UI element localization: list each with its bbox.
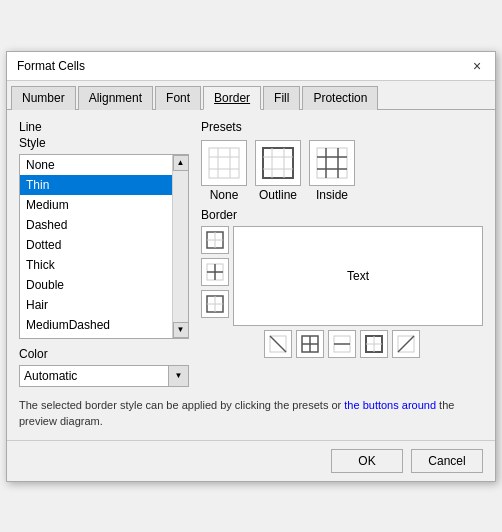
style-thin[interactable]: Thin xyxy=(20,175,172,195)
svg-line-35 xyxy=(398,336,414,352)
presets-row: None Outline xyxy=(201,140,483,202)
color-dropdown-arrow[interactable]: ▼ xyxy=(168,366,188,386)
border-section-label: Border xyxy=(201,208,483,222)
border-left-buttons xyxy=(201,226,229,326)
style-dashed[interactable]: Dashed xyxy=(20,215,172,235)
color-dropdown[interactable]: Automatic ▼ xyxy=(19,365,189,387)
scroll-track xyxy=(173,171,188,322)
preset-outline-button[interactable] xyxy=(255,140,301,186)
preset-inside-item: Inside xyxy=(309,140,355,202)
style-double[interactable]: Double xyxy=(20,275,172,295)
color-value: Automatic xyxy=(20,369,168,383)
svg-rect-10 xyxy=(317,148,347,178)
title-bar: Format Cells × xyxy=(7,52,495,81)
border-all-button[interactable] xyxy=(296,330,324,358)
style-scrollbar: ▲ ▼ xyxy=(172,155,188,338)
svg-line-25 xyxy=(270,336,286,352)
bottom-border-buttons xyxy=(201,330,483,358)
border-outer-button[interactable] xyxy=(360,330,388,358)
preview-text: Text xyxy=(347,269,369,283)
border-diag-down-button[interactable] xyxy=(264,330,292,358)
info-text: The selected border style can be applied… xyxy=(19,397,483,430)
presets-label: Presets xyxy=(201,120,483,134)
ok-button[interactable]: OK xyxy=(331,449,403,473)
preset-inside-button[interactable] xyxy=(309,140,355,186)
style-dotted[interactable]: Dotted xyxy=(20,235,172,255)
color-section: Color Automatic ▼ xyxy=(19,347,189,387)
tab-font[interactable]: Font xyxy=(155,86,201,110)
close-button[interactable]: × xyxy=(469,58,485,74)
style-none[interactable]: None xyxy=(20,155,172,175)
style-list[interactable]: None Thin Medium Dashed Dotted Thick Dou… xyxy=(20,155,172,338)
tab-number[interactable]: Number xyxy=(11,86,76,110)
preset-outline-label: Outline xyxy=(259,188,297,202)
tab-alignment[interactable]: Alignment xyxy=(78,86,153,110)
style-thick[interactable]: Thick xyxy=(20,255,172,275)
style-label: Style xyxy=(19,136,189,150)
tab-content: Line Style None Thin Medium Dashed Dotte… xyxy=(7,110,495,440)
svg-rect-0 xyxy=(209,148,239,178)
info-text-blue: the buttons around xyxy=(344,399,436,411)
tab-fill[interactable]: Fill xyxy=(263,86,300,110)
border-diag-up-button[interactable] xyxy=(392,330,420,358)
tab-protection[interactable]: Protection xyxy=(302,86,378,110)
preset-none-item: None xyxy=(201,140,247,202)
format-cells-dialog: Format Cells × Number Alignment Font Bor… xyxy=(6,51,496,482)
scroll-up[interactable]: ▲ xyxy=(173,155,189,171)
border-inside-h-button[interactable] xyxy=(328,330,356,358)
style-list-container: None Thin Medium Dashed Dotted Thick Dou… xyxy=(19,154,189,339)
svg-rect-5 xyxy=(263,148,293,178)
dialog-footer: OK Cancel xyxy=(7,440,495,481)
preset-none-button[interactable] xyxy=(201,140,247,186)
line-label: Line xyxy=(19,120,189,134)
dialog-title: Format Cells xyxy=(17,59,85,73)
style-medium[interactable]: Medium xyxy=(20,195,172,215)
style-hair[interactable]: Hair xyxy=(20,295,172,315)
preset-none-label: None xyxy=(210,188,239,202)
color-label: Color xyxy=(19,347,189,361)
border-preview-area: Text xyxy=(201,226,483,326)
left-panel: Line Style None Thin Medium Dashed Dotte… xyxy=(19,120,189,387)
border-bottom-left-button[interactable] xyxy=(201,290,229,318)
main-layout: Line Style None Thin Medium Dashed Dotte… xyxy=(19,120,483,387)
right-panel: Presets None xyxy=(201,120,483,387)
border-top-left-button[interactable] xyxy=(201,226,229,254)
border-cross-button[interactable] xyxy=(201,258,229,286)
cancel-button[interactable]: Cancel xyxy=(411,449,483,473)
border-preview-box: Text xyxy=(233,226,483,326)
tab-border[interactable]: Border xyxy=(203,86,261,110)
preset-outline-item: Outline xyxy=(255,140,301,202)
preset-inside-label: Inside xyxy=(316,188,348,202)
tab-bar: Number Alignment Font Border Fill Protec… xyxy=(7,81,495,110)
scroll-down[interactable]: ▼ xyxy=(173,322,189,338)
style-mediumdashed[interactable]: MediumDashed xyxy=(20,315,172,335)
info-text-before: The selected border style can be applied… xyxy=(19,399,344,411)
